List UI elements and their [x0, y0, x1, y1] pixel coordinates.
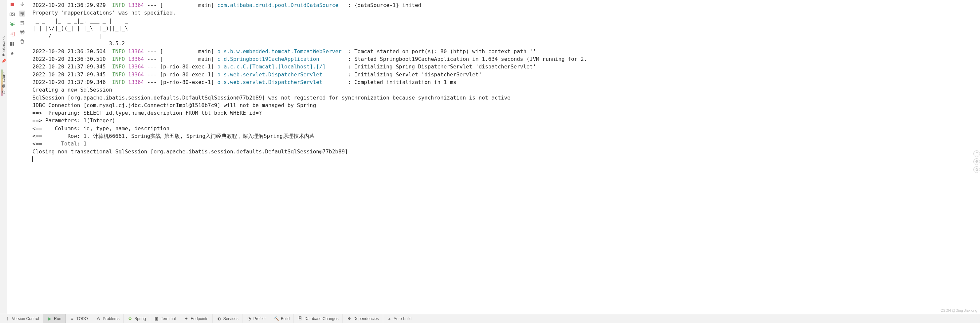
tab-version-control[interactable]: ᚶ Version Control [1, 314, 43, 323]
svg-rect-11 [13, 44, 14, 46]
tab-dependencies[interactable]: ❖ Dependencies [342, 314, 383, 323]
log-line: 2022-10-20 21:37:09.346 INFO 13364 --- [… [32, 78, 977, 86]
branch-icon: ᚶ [5, 317, 10, 321]
log-line: / | [32, 32, 977, 40]
tab-database-changes[interactable]: 🗄 Database Changes [293, 314, 342, 323]
svg-line-5 [14, 22, 14, 23]
services-label: Services [223, 317, 239, 321]
log-line: JDBC Connection [com.mysql.cj.jdbc.Conne… [32, 101, 977, 109]
run-gutter [7, 0, 17, 314]
version-control-label: Version Control [12, 317, 39, 321]
camera-icon[interactable] [9, 11, 15, 17]
structure-label: Structure [1, 73, 6, 89]
badge-gear2: ✿ [974, 166, 980, 173]
svg-point-2 [11, 14, 13, 16]
badge-gear: ⚙ [974, 158, 980, 165]
log-line: 3.5.2 [32, 40, 977, 47]
badge-e: E [974, 150, 980, 157]
log-line: 2022-10-20 21:37:09.345 INFO 13364 --- [… [32, 71, 977, 78]
dependencies-label: Dependencies [353, 317, 379, 321]
bookmarks-tab[interactable]: 🔖 Bookmarks [1, 33, 6, 66]
tab-problems[interactable]: ⊘ Problems [92, 314, 124, 323]
csdn-watermark: CSDN @Ding Jiaxiong [941, 309, 977, 312]
log-line: ==> Parameters: 1(Integer) [32, 117, 977, 124]
endpoints-label: Endpoints [191, 317, 208, 321]
scroll-to-stack-icon[interactable] [19, 20, 25, 26]
dependencies-icon: ❖ [347, 317, 352, 321]
tab-terminal[interactable]: ▣ Terminal [150, 314, 180, 323]
pin-icon[interactable] [9, 51, 15, 57]
structure-icon: ⌬ [2, 90, 5, 95]
bug-icon[interactable] [9, 21, 15, 27]
services-icon: ◐ [217, 317, 221, 321]
database-icon: 🗄 [298, 317, 302, 321]
log-line: ==> Preparing: SELECT id,type,name,descr… [32, 109, 977, 117]
watermark-badges: E ⚙ ✿ [974, 150, 980, 173]
svg-point-3 [11, 23, 14, 26]
console-gutter [17, 0, 27, 314]
spring-icon: ✿ [128, 317, 132, 321]
bookmark-icon: 🔖 [1, 59, 6, 63]
exit-icon[interactable] [9, 31, 15, 37]
tab-profiler[interactable]: ◔ Profiler [242, 314, 270, 323]
log-line: <== Row: 1, 计算机66661, Spring实战 第五版, Spri… [32, 132, 977, 140]
svg-rect-10 [10, 44, 12, 46]
profiler-label: Profiler [253, 317, 266, 321]
tab-spring[interactable]: ✿ Spring [123, 314, 150, 323]
problems-icon: ⊘ [96, 317, 101, 321]
spring-label: Spring [134, 317, 146, 321]
todo-icon: ≡ [70, 317, 75, 321]
log-line: <== Columns: id, type, name, description [32, 125, 977, 132]
log-line: <== Total: 1 [32, 140, 977, 147]
tab-build[interactable]: 🔨 Build [270, 314, 294, 323]
log-line: 2022-10-20 21:36:29.929 INFO 13364 --- [… [32, 1, 977, 9]
tab-auto-build[interactable]: ▲ Auto-build [383, 314, 415, 323]
log-line: Closing non transactional SqlSession [or… [32, 148, 977, 155]
problems-label: Problems [103, 317, 120, 321]
bookmarks-label: Bookmarks [1, 36, 6, 56]
console-output[interactable]: 2022-10-20 21:36:29.929 INFO 13364 --- [… [27, 0, 980, 314]
structure-tab[interactable]: ⌬ Structure [1, 69, 6, 97]
log-line: 2022-10-20 21:37:09.345 INFO 13364 --- [… [32, 63, 977, 70]
run-icon: ▶ [47, 317, 52, 321]
bottom-bar: ᚶ Version Control ▶ Run ≡ TODO ⊘ Problem… [0, 314, 980, 323]
log-line: SqlSession [org.apache.ibatis.session.de… [32, 94, 977, 101]
auto-build-label: Auto-build [394, 317, 412, 321]
svg-line-4 [10, 22, 11, 23]
text-caret [32, 157, 33, 162]
layout-icon[interactable] [9, 41, 15, 47]
stop-icon[interactable] [9, 1, 15, 7]
todo-label: TODO [76, 317, 88, 321]
svg-rect-8 [10, 42, 12, 44]
clear-icon[interactable] [19, 38, 25, 44]
log-line: 2022-10-20 21:36:30.504 INFO 13364 --- [… [32, 48, 977, 55]
auto-build-icon: ▲ [387, 317, 392, 321]
svg-rect-0 [11, 3, 14, 6]
tab-todo[interactable]: ≡ TODO [65, 314, 92, 323]
build-label: Build [281, 317, 290, 321]
tab-endpoints[interactable]: ✦ Endpoints [180, 314, 212, 323]
tab-run[interactable]: ▶ Run [43, 314, 65, 323]
log-line: Property 'mapperLocations' was not speci… [32, 9, 977, 17]
terminal-icon: ▣ [154, 317, 159, 321]
log-line: | | |\/|_)(_| | |_\ |_)||_|_\ [32, 24, 977, 32]
print-icon[interactable] [19, 29, 25, 35]
svg-rect-9 [13, 42, 14, 44]
endpoints-icon: ✦ [184, 317, 189, 321]
tab-services[interactable]: ◐ Services [212, 314, 242, 323]
scroll-to-end-icon[interactable] [19, 1, 25, 7]
run-label: Run [54, 317, 61, 321]
terminal-label: Terminal [161, 317, 176, 321]
database-changes-label: Database Changes [304, 317, 339, 321]
build-icon: 🔨 [274, 317, 279, 321]
log-line: _ _ |_ _ _|_. ___ _ | _ [32, 17, 977, 24]
profiler-icon: ◔ [247, 317, 251, 321]
soft-wrap-icon[interactable] [19, 11, 25, 17]
left-sidebar: 🔖 Bookmarks ⌬ Structure [0, 0, 7, 314]
log-line: 2022-10-20 21:36:30.510 INFO 13364 --- [… [32, 55, 977, 63]
log-line: Creating a new SqlSession [32, 86, 977, 93]
